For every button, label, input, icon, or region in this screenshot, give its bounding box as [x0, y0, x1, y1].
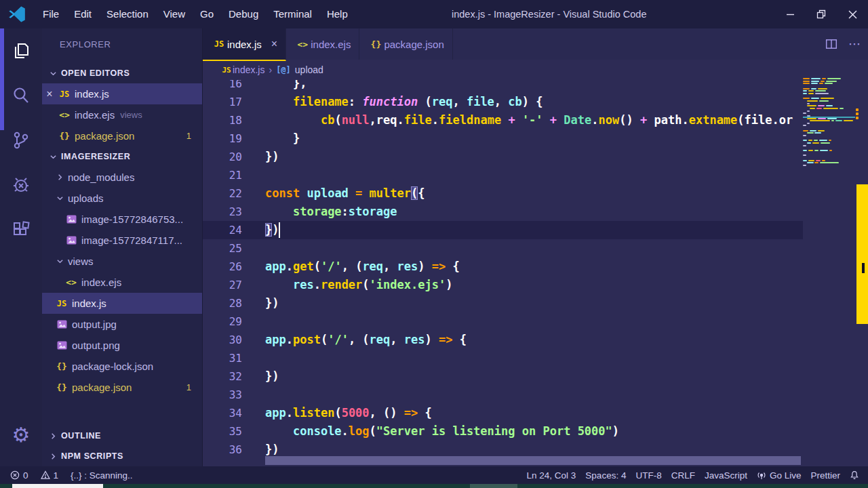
tree-file-output.jpg[interactable]: output.jpg	[42, 314, 202, 335]
activitybar-item-extensions[interactable]	[0, 207, 42, 252]
status-utf-8[interactable]: UTF-8	[631, 466, 666, 484]
section-open-editors[interactable]: OPEN EDITORS	[42, 63, 202, 83]
gear-icon: ⚙	[12, 423, 31, 447]
minimap[interactable]	[803, 78, 855, 173]
tree-file-label: index.ejs	[81, 277, 121, 288]
activity-bar: ⚙	[0, 28, 42, 466]
explorer-icon	[11, 41, 31, 61]
tree-folder-node_modules[interactable]: node_modules	[42, 167, 202, 188]
section-outline[interactable]: OUTLINE	[42, 426, 202, 446]
js-file-icon: JS	[57, 89, 72, 99]
debug-icon	[11, 175, 31, 195]
section-project-imageresizer[interactable]: IMAGERESIZER	[42, 146, 202, 167]
menu-debug[interactable]: Debug	[221, 0, 266, 28]
activitybar-item-settings[interactable]: ⚙	[0, 412, 42, 457]
code-text	[265, 312, 803, 331]
status-bar: 01{..} : Scanning.. Ln 24, Col 3Spaces: …	[0, 466, 868, 484]
code-text: res.render('index.ejs')	[265, 276, 803, 294]
ejs-file-icon: <>	[294, 39, 311, 49]
menu-terminal[interactable]: Terminal	[266, 0, 319, 28]
chevron-down-icon	[54, 258, 65, 265]
close-icon[interactable]: ×	[42, 88, 57, 100]
tree-file-image-15772847117...[interactable]: image-15772847117...	[42, 230, 202, 251]
horizontal-scrollbar[interactable]	[265, 456, 801, 465]
line-number: 34	[203, 404, 242, 422]
code-text: const upload = multer({	[265, 184, 803, 203]
activitybar-item-explorer[interactable]	[0, 28, 42, 73]
chevron-down-icon	[47, 70, 58, 77]
status-bell[interactable]	[845, 466, 864, 484]
tree-file-index.ejs[interactable]: <>index.ejs	[42, 272, 202, 293]
menu-edit[interactable]: Edit	[66, 0, 99, 28]
tree-file-index.js[interactable]: JSindex.js	[42, 293, 202, 314]
status-spaces-4[interactable]: Spaces: 4	[580, 466, 631, 484]
code-line-33: 33	[203, 386, 803, 404]
tab-index.ejs[interactable]: <>index.ejs	[286, 28, 359, 60]
vscode-logo-icon	[8, 5, 26, 23]
json-file-icon: {}	[57, 131, 72, 141]
activitybar-item-debug[interactable]	[0, 163, 42, 207]
menu-selection[interactable]: Selection	[99, 0, 156, 28]
status-label: CRLF	[671, 470, 695, 481]
code-line-20: 20})	[203, 148, 803, 166]
code-text: storage:storage	[265, 203, 803, 221]
minimize-button[interactable]	[774, 0, 806, 28]
line-number: 33	[203, 386, 242, 404]
status-javascript[interactable]: JavaScript	[700, 466, 752, 484]
line-number: 21	[203, 166, 242, 184]
modified-marker	[856, 108, 859, 111]
section-label: NPM SCRIPTS	[61, 451, 123, 461]
code-line-23: 23 storage:storage	[203, 203, 803, 221]
status-go-live[interactable]: Go Live	[752, 466, 806, 484]
status-1[interactable]: 1	[36, 466, 64, 484]
image-file-icon	[54, 320, 69, 329]
js-file-icon: JS	[54, 299, 69, 308]
status-label: UTF-8	[635, 470, 661, 481]
tree-file-package-lock.json[interactable]: {}package-lock.json	[42, 356, 202, 377]
restore-button[interactable]	[806, 0, 837, 28]
code-editor[interactable]: 16 },17 filename: function (req, file, c…	[203, 80, 803, 455]
tree-file-output.png[interactable]: output.png	[42, 335, 202, 356]
tab-package.json[interactable]: {}package.json	[359, 28, 452, 60]
chevron-right-icon: ›	[269, 64, 272, 75]
code-text: })	[265, 221, 803, 239]
status-label: 1	[54, 470, 59, 481]
split-editor-icon[interactable]	[825, 38, 837, 50]
line-number: 26	[203, 258, 242, 276]
json-file-icon: {}	[368, 39, 384, 49]
activitybar-item-search[interactable]	[0, 73, 42, 118]
line-number: 16	[203, 80, 242, 93]
code-line-32: 32})	[203, 367, 803, 386]
tree-folder-views[interactable]: views	[42, 251, 202, 272]
tree-folder-uploads[interactable]: uploads	[42, 188, 202, 209]
open-editor-item-index.ejs[interactable]: <>index.ejsviews	[42, 104, 202, 125]
ejs-file-icon: <>	[64, 277, 79, 287]
chevron-down-icon	[54, 195, 65, 202]
code-text: })	[265, 367, 803, 386]
status-0[interactable]: 0	[5, 466, 33, 484]
breadcrumb-symbol[interactable]: upload	[295, 64, 323, 75]
tree-file-label: index.js	[72, 298, 106, 309]
status-ln-24-col-3[interactable]: Ln 24, Col 3	[522, 466, 581, 484]
code-line-35: 35 console.log("Server is listening on P…	[203, 422, 803, 441]
status-crlf[interactable]: CRLF	[667, 466, 700, 484]
tree-file-image-15772846753...[interactable]: image-15772846753...	[42, 209, 202, 230]
tab-label: index.js	[227, 39, 262, 50]
activitybar-item-source-control[interactable]	[0, 118, 42, 163]
breadcrumb-file[interactable]: index.js	[233, 64, 264, 75]
menu-file[interactable]: File	[35, 0, 66, 28]
close-icon[interactable]: ×	[271, 38, 277, 50]
menu-view[interactable]: View	[156, 0, 193, 28]
section-npm-scripts[interactable]: NPM SCRIPTS	[42, 446, 202, 466]
tree-file-package.json[interactable]: {}package.json1	[42, 377, 202, 398]
menu-help[interactable]: Help	[319, 0, 355, 28]
open-editor-item-package.json[interactable]: {}package.json1	[42, 125, 202, 146]
code-text: filename: function (req, file, cb) {	[265, 93, 803, 111]
status-scanning[interactable]: {..} : Scanning..	[66, 466, 138, 484]
tab-index.js[interactable]: JSindex.js×	[203, 28, 286, 61]
close-window-button[interactable]	[837, 0, 868, 28]
chevron-right-icon	[47, 432, 58, 440]
open-editor-item-index.js[interactable]: ×JSindex.js	[42, 83, 202, 104]
status-prettier[interactable]: Prettier	[806, 466, 845, 484]
menu-go[interactable]: Go	[193, 0, 221, 28]
